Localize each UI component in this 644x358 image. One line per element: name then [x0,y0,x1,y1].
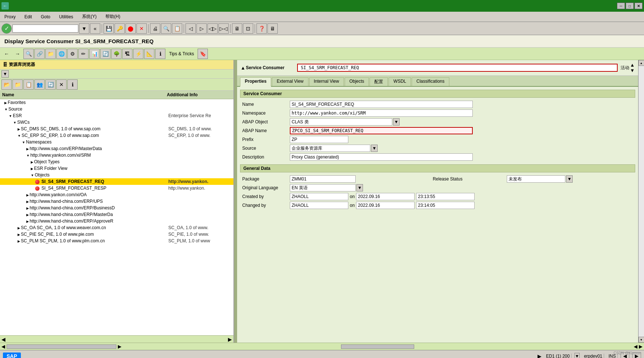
tree-next-btn[interactable]: ▶ [228,336,232,342]
tb2-btn12[interactable]: 🏗 [122,49,132,59]
menu-item-proxy[interactable]: Proxy [3,14,17,20]
help-btn[interactable]: ❓ [257,23,267,34]
close-button[interactable]: ✕ [634,3,643,9]
list-item[interactable]: http://www.hand-china.com/ERP/ApproveR [0,218,233,224]
field-original-lang[interactable] [290,184,356,191]
tb2-back[interactable]: ← [1,49,12,59]
list-item[interactable]: SC_PIE SC_PIE, 1.0 of www.pie.com SC_PIE… [0,231,233,238]
tb2-btn13[interactable]: ⚡ [133,49,143,59]
list-item[interactable]: http://www.hand-china.com/ERP/MasterDa [0,211,233,218]
command-input[interactable] [12,25,78,33]
menu-item-help[interactable]: 帮助(H) [104,13,122,20]
tab-internal-view[interactable]: Internal View [309,77,344,86]
abap-object-dropdown[interactable]: ▼ [393,118,400,126]
field-release-status[interactable] [507,175,565,183]
field-description[interactable] [290,153,473,161]
tb2-bookmark[interactable]: 🔖 [198,49,208,59]
tb2-btn4[interactable]: 🔗 [34,49,45,59]
tb2-btn6[interactable]: 🌐 [56,49,67,59]
list-item[interactable]: http://www.hand-china.com/ERP/UPS [0,198,233,205]
source-dropdown[interactable]: ▼ [371,145,378,152]
tree-list-btn[interactable]: 📋 [23,79,34,90]
list-item[interactable]: SC_DMS SC_DMS, 1.0 of www.sap.com SC_DMS… [0,126,233,132]
bottom-right3-btn[interactable]: ▶ [639,344,643,349]
tb2-forward[interactable]: → [12,49,23,59]
tb2-btn15[interactable]: ℹ [155,49,165,59]
list-item[interactable]: ESR Folder View [0,165,233,172]
field-abap-name[interactable] [290,127,473,134]
tree-folder-btn[interactable]: 📁 [12,79,23,90]
custom-btn[interactable]: 🖥 [267,23,278,34]
shortcut-btn[interactable]: 🔑 [115,23,125,34]
tree-body[interactable]: Favorites Source ESR Enterprise Service … [0,99,233,335]
list-item[interactable]: http://www.hand-china.com/ERP/BusinessD [0,205,233,211]
menu-item-utilities[interactable]: Utilities [57,14,75,20]
field-changed-by[interactable] [290,202,348,209]
tab-classifications[interactable]: Classifications [412,77,449,86]
list-item[interactable]: http://www.yankon.com/xi/SRM [0,152,233,159]
tb2-btn7[interactable]: ⚙ [67,49,78,59]
menu-item-goto[interactable]: Goto [39,14,52,20]
tb2-btn8[interactable]: ✏ [78,49,89,59]
scroll-up-btn[interactable]: ▲ [639,60,644,66]
list-item[interactable]: ESR Enterprise Service Re [0,112,233,119]
field-namespace[interactable] [290,109,473,117]
panel-splitter[interactable] [234,60,237,343]
bottom-scrollbar-right[interactable] [341,344,414,349]
tab-wsdl[interactable]: WSDL [389,77,411,86]
scroll-down-btn[interactable]: ▼ [639,337,644,343]
list-item[interactable]: Object Types [0,159,233,165]
list-item[interactable]: Objects [0,172,233,178]
field-created-time[interactable] [416,193,475,200]
monitor-btn[interactable]: 🖥 [232,23,242,34]
field-name[interactable] [290,101,473,108]
field-prefix[interactable] [290,136,348,143]
cancel-btn[interactable]: ✕ [136,23,147,34]
bottom-right-btn[interactable]: ▶ [118,344,121,349]
right-scroll-up[interactable]: ▲ [240,65,245,71]
field-created-date[interactable] [356,193,415,200]
nav1-btn[interactable]: ◁ [186,23,196,34]
tab-external-view[interactable]: External View [272,77,308,86]
list-item[interactable]: SC_PLM SC_PLM, 1.0 of www.plm.com.cn SC_… [0,238,233,244]
window-controls[interactable]: ─ □ ✕ [617,3,643,9]
tab-properties[interactable]: Properties [240,77,271,87]
tb2-btn10[interactable]: 🔄 [100,49,111,59]
tb2-btn14[interactable]: 📐 [144,49,154,59]
orig-lang-dropdown[interactable]: ▼ [356,184,363,191]
right-scrollbar[interactable]: ▲ ▼ [638,60,644,343]
stop-red-btn[interactable]: ⬤ [126,23,136,34]
status-mode-dropdown[interactable]: ▼ [574,353,580,358]
tb2-btn9[interactable]: 📊 [89,49,100,59]
sc-scroll-up[interactable]: ▲ [630,62,634,68]
sc-scroll-down[interactable]: ▼ [630,68,634,73]
list-item[interactable]: SC_ERP SC_ERP, 1.0 of www.sap.com SC_ERP… [0,132,233,139]
check-button[interactable]: ✓ [1,23,12,34]
minimize-button[interactable]: ─ [617,3,625,9]
tab-config[interactable]: 配置 [370,77,388,86]
search-dropdown-btn[interactable]: ▼ [1,70,9,78]
field-created-by[interactable] [290,193,348,200]
nav4-btn[interactable]: ▷◁ [218,23,229,34]
list-item[interactable]: http://www.yankon.com/xi/OA [0,191,233,198]
find-btn[interactable]: 🔍 [161,23,171,34]
tb2-btn11[interactable]: 🌳 [111,49,121,59]
tree-open-btn[interactable]: 📂 [1,79,12,90]
tb2-btn3[interactable]: 🔍 [23,49,34,59]
nav3-btn[interactable]: ◁▷ [207,23,218,34]
maximize-button[interactable]: □ [626,3,634,9]
field-abap-object[interactable] [290,118,392,126]
tb2-btn5[interactable]: 📁 [45,49,56,59]
tree-prev-btn[interactable]: ◀ [1,336,5,342]
window-btn[interactable]: ⊡ [243,23,253,34]
list-item[interactable]: SI_S4_SRM_FORECAST_RESP http://www.yanko… [0,185,233,191]
field-package[interactable] [290,175,356,183]
service-consumer-value[interactable]: SI_S4_SRM_FORECAST_REQ [297,64,618,72]
back-btn[interactable]: « [90,23,100,34]
menu-item-edit[interactable]: Edit [23,14,34,20]
tree-refresh-btn[interactable]: 🔄 [45,79,56,90]
find2-btn[interactable]: 📋 [172,23,182,34]
tab-objects[interactable]: Objects [345,77,369,86]
status-run-btn[interactable]: ▶ [538,353,542,358]
list-item[interactable]: Favorites [0,99,233,106]
